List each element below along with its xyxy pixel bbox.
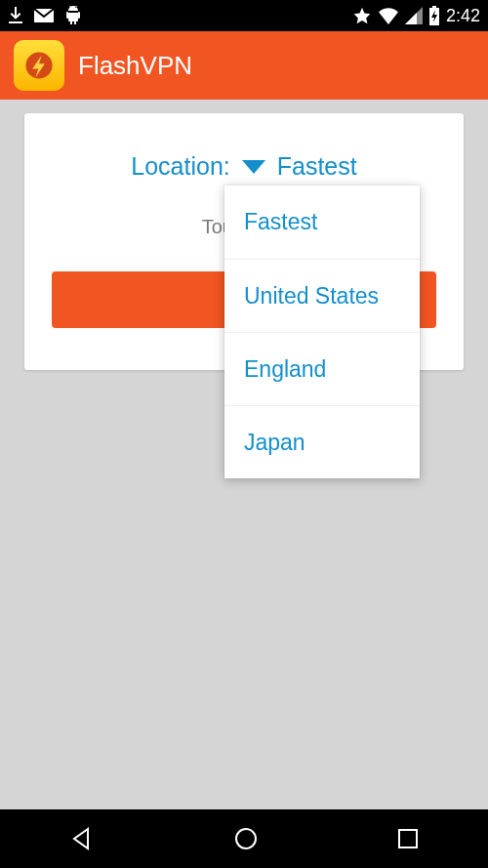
dropdown-item-japan[interactable]: Japan (224, 405, 420, 478)
location-label: Location: (131, 152, 229, 181)
recent-apps-button[interactable] (396, 827, 420, 850)
flash-icon (22, 49, 56, 82)
android-nav-bar (0, 809, 488, 868)
status-right: 2:42 (352, 6, 480, 26)
signal-icon (405, 7, 423, 24)
download-icon (8, 7, 23, 24)
location-selector[interactable]: Location: Fastest (24, 152, 464, 181)
svg-rect-2 (399, 830, 417, 847)
app-logo (14, 40, 64, 91)
status-left (8, 6, 82, 25)
android-icon (64, 6, 82, 25)
status-time: 2:42 (446, 6, 480, 26)
location-dropdown-menu: Fastest United States England Japan (224, 186, 420, 478)
app-title: FlashVPN (78, 51, 192, 81)
svg-point-1 (236, 829, 256, 848)
home-button[interactable] (232, 825, 260, 852)
status-bar: 2:42 (0, 0, 488, 31)
wifi-icon (378, 7, 399, 24)
battery-icon (428, 6, 440, 25)
app-bar: FlashVPN (0, 31, 488, 100)
dropdown-arrow-icon (242, 160, 265, 174)
star-icon (352, 6, 372, 25)
dropdown-item-england[interactable]: England (224, 332, 420, 405)
dropdown-item-united-states[interactable]: United States (224, 259, 420, 332)
dropdown-item-fastest[interactable]: Fastest (224, 186, 420, 259)
location-selected: Fastest (277, 152, 357, 181)
back-button[interactable] (68, 825, 96, 852)
gmail-icon (33, 8, 55, 23)
